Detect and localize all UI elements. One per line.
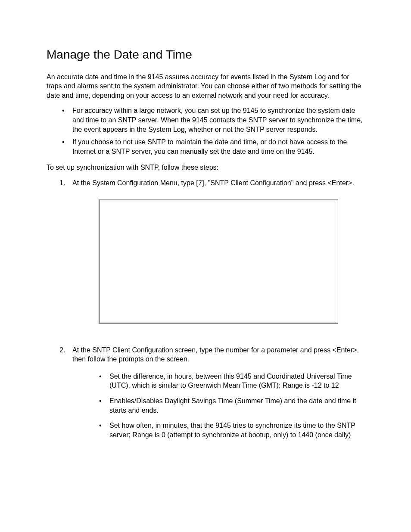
screenshot-placeholder [99,199,338,324]
bullet-item: For accuracy within a large network, you… [47,106,364,134]
step-2-sub-bullets: Set the difference, in hours, between th… [72,372,364,440]
page-title: Manage the Date and Time [47,47,364,62]
sub-bullet-item: Set how often, in minutes, that the 9145… [72,421,364,439]
method-bullets: For accuracy within a large network, you… [47,106,364,156]
sub-bullet-desc: Enables/Disables Daylight Savings Time (… [109,396,364,415]
bullet-item: If you choose to not use SNTP to maintai… [47,137,364,156]
document-page: Manage the Date and Time An accurate dat… [0,0,411,532]
sub-bullet-item: Set the difference, in hours, between th… [72,372,364,390]
steps-list: At the System Configuration Menu, type [… [47,178,364,439]
step-1-text-post: ], "SNTP Client Configuration" and press… [202,179,354,187]
step-1: At the System Configuration Menu, type [… [47,178,364,324]
lead-paragraph: To set up synchronization with SNTP, fol… [47,163,364,172]
sub-bullet-desc: Set the difference, in hours, between th… [109,372,364,390]
step-1-key: 7 [198,180,202,187]
sub-bullet-item: Enables/Disables Daylight Savings Time (… [72,396,364,415]
step-1-text-pre: At the System Configuration Menu, type [ [72,179,198,187]
intro-paragraph: An accurate date and time in the 9145 as… [47,72,364,100]
sub-bullet-desc: Set how often, in minutes, that the 9145… [109,421,364,439]
step-2: At the SNTP Client Configuration screen,… [47,345,364,440]
step-2-text: At the SNTP Client Configuration screen,… [72,346,359,363]
